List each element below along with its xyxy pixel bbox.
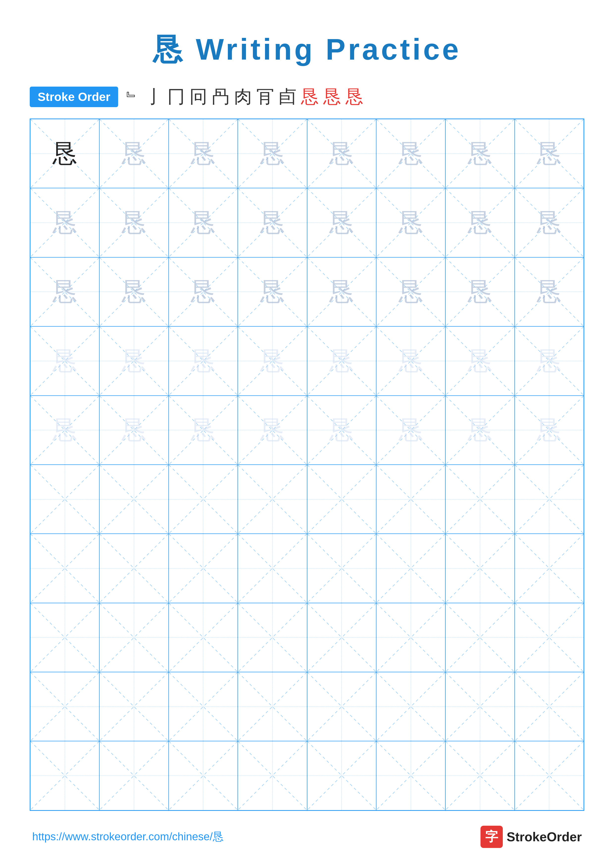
cell-r9c1[interactable] (30, 672, 99, 741)
cell-r6c3[interactable] (169, 465, 238, 534)
cell-r5c4[interactable]: 恳 (238, 396, 307, 465)
svg-line-71 (238, 396, 307, 465)
cell-r1c3[interactable]: 恳 (169, 119, 238, 188)
cell-r4c4[interactable]: 恳 (238, 326, 307, 395)
cell-r6c2[interactable] (99, 465, 168, 534)
cell-r10c3[interactable] (169, 741, 238, 810)
cell-r3c2[interactable]: 恳 (99, 257, 168, 326)
svg-line-76 (446, 396, 514, 465)
cell-r10c6[interactable] (376, 741, 445, 810)
cell-r9c7[interactable] (445, 672, 515, 741)
svg-line-158 (515, 741, 583, 810)
cell-r7c5[interactable] (307, 534, 376, 603)
cell-r10c2[interactable] (99, 741, 168, 810)
svg-line-115 (99, 603, 168, 672)
svg-line-116 (169, 603, 238, 672)
cell-r4c6[interactable]: 恳 (376, 326, 445, 395)
svg-line-35 (99, 257, 168, 326)
cell-r10c5[interactable] (307, 741, 376, 810)
cell-r5c8[interactable]: 恳 (515, 396, 584, 465)
cell-r9c8[interactable] (515, 672, 584, 741)
cell-r5c1[interactable]: 恳 (30, 396, 99, 465)
cell-r1c4[interactable]: 恳 (238, 119, 307, 188)
cell-r6c5[interactable] (307, 465, 376, 534)
svg-line-120 (307, 603, 376, 672)
cell-r5c2[interactable]: 恳 (99, 396, 168, 465)
svg-line-26 (376, 188, 445, 257)
svg-line-44 (446, 257, 514, 326)
cell-r7c7[interactable] (445, 534, 515, 603)
cell-r4c8[interactable]: 恳 (515, 326, 584, 395)
cell-r2c3[interactable]: 恳 (169, 188, 238, 257)
cell-r8c7[interactable] (445, 603, 515, 672)
svg-line-148 (169, 741, 238, 810)
cell-r7c8[interactable] (515, 534, 584, 603)
cell-r3c5[interactable]: 恳 (307, 257, 376, 326)
cell-r3c4[interactable]: 恳 (238, 257, 307, 326)
cell-r1c1[interactable]: 恳 (30, 119, 99, 188)
cell-r4c2[interactable]: 恳 (99, 326, 168, 395)
cell-r7c2[interactable] (99, 534, 168, 603)
cell-r3c7[interactable]: 恳 (445, 257, 515, 326)
cell-r4c7[interactable]: 恳 (445, 326, 515, 395)
cell-r9c3[interactable] (169, 672, 238, 741)
cell-r5c3[interactable]: 恳 (169, 396, 238, 465)
cell-r8c5[interactable] (307, 603, 376, 672)
cell-r1c8[interactable]: 恳 (515, 119, 584, 188)
footer-url-link[interactable]: https://www.strokeorder.com/chinese/恳 (32, 829, 224, 844)
cell-r8c1[interactable] (30, 603, 99, 672)
cell-r1c6[interactable]: 恳 (376, 119, 445, 188)
cell-r3c6[interactable]: 恳 (376, 257, 445, 326)
cell-r9c5[interactable] (307, 672, 376, 741)
cell-r1c7[interactable]: 恳 (445, 119, 515, 188)
svg-line-2 (99, 119, 168, 188)
cell-r1c5[interactable]: 恳 (307, 119, 376, 188)
cell-r7c6[interactable] (376, 534, 445, 603)
cell-r2c1[interactable]: 恳 (30, 188, 99, 257)
cell-r7c3[interactable] (169, 534, 238, 603)
practice-grid[interactable]: 恳 恳 恳 恳 恳 恳 恳 恳 (30, 119, 584, 811)
cell-r5c7[interactable]: 恳 (445, 396, 515, 465)
cell-r8c4[interactable] (238, 603, 307, 672)
cell-r7c1[interactable] (30, 534, 99, 603)
char-display: 恳 (260, 344, 285, 378)
cell-r1c2[interactable]: 恳 (99, 119, 168, 188)
cell-r4c3[interactable]: 恳 (169, 326, 238, 395)
cell-r6c8[interactable] (515, 465, 584, 534)
cell-r6c7[interactable] (445, 465, 515, 534)
cell-r2c8[interactable]: 恳 (515, 188, 584, 257)
cell-r9c6[interactable] (376, 672, 445, 741)
cell-r3c8[interactable]: 恳 (515, 257, 584, 326)
cell-r8c6[interactable] (376, 603, 445, 672)
svg-line-154 (376, 741, 445, 810)
cell-r10c4[interactable] (238, 741, 307, 810)
cell-r6c4[interactable] (238, 465, 307, 534)
cell-r9c2[interactable] (99, 672, 168, 741)
cell-r4c1[interactable]: 恳 (30, 326, 99, 395)
cell-r10c7[interactable] (445, 741, 515, 810)
cell-r3c1[interactable]: 恳 (30, 257, 99, 326)
cell-r6c6[interactable] (376, 465, 445, 534)
cell-r2c4[interactable]: 恳 (238, 188, 307, 257)
cell-r9c4[interactable] (238, 672, 307, 741)
cell-r8c3[interactable] (169, 603, 238, 672)
cell-r7c4[interactable] (238, 534, 307, 603)
cell-r2c7[interactable]: 恳 (445, 188, 515, 257)
svg-line-72 (307, 396, 376, 465)
cell-r10c1[interactable] (30, 741, 99, 810)
svg-line-11 (376, 119, 445, 188)
cell-r5c5[interactable]: 恳 (307, 396, 376, 465)
cell-r5c6[interactable]: 恳 (376, 396, 445, 465)
cell-r8c8[interactable] (515, 603, 584, 672)
cell-r2c5[interactable]: 恳 (307, 188, 376, 257)
cell-r6c1[interactable] (30, 465, 99, 534)
svg-line-32 (31, 257, 99, 326)
svg-line-14 (515, 119, 583, 188)
cell-r3c3[interactable]: 恳 (169, 257, 238, 326)
stroke-10: 恳 (323, 85, 341, 108)
cell-r10c8[interactable] (515, 741, 584, 810)
cell-r4c5[interactable]: 恳 (307, 326, 376, 395)
cell-r2c6[interactable]: 恳 (376, 188, 445, 257)
cell-r8c2[interactable] (99, 603, 168, 672)
cell-r2c2[interactable]: 恳 (99, 188, 168, 257)
